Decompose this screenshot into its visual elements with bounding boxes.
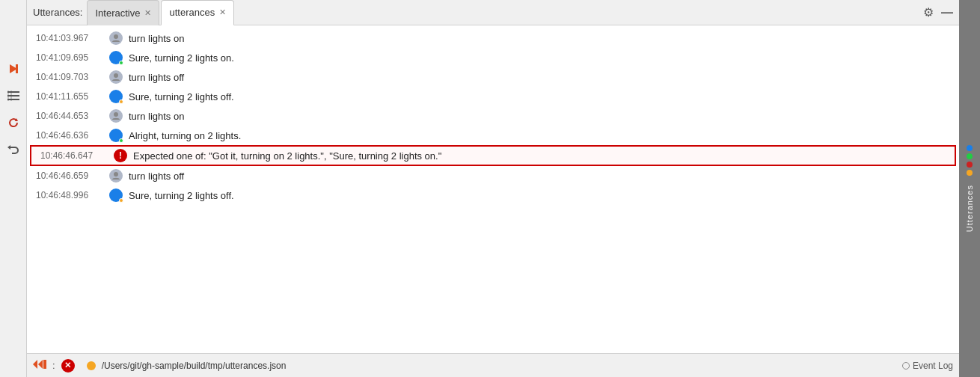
table-row: 10:46:46.659 turn lights off xyxy=(27,166,959,186)
main-area: Utterances: Interactive ✕ utterances ✕ ⚙… xyxy=(27,0,959,377)
avatar-assistant xyxy=(109,129,123,142)
tab-utterances-label: utterances xyxy=(169,7,215,18)
event-log-label: Event Log xyxy=(913,361,953,371)
play-icon[interactable] xyxy=(4,60,22,78)
refresh-icon[interactable] xyxy=(4,114,22,132)
dot-yellow xyxy=(967,170,973,176)
svg-rect-15 xyxy=(43,360,46,369)
timestamp: 10:46:44.653 xyxy=(36,111,103,121)
error-icon: ! xyxy=(114,149,127,162)
error-row: 10:46:46.647 ! Expected one of: "Got it,… xyxy=(30,145,956,166)
utterances-prefix-label: Utterances: xyxy=(33,7,82,18)
sidebar-dots xyxy=(967,145,973,176)
avatar-user xyxy=(109,109,123,123)
svg-point-10 xyxy=(114,73,118,78)
right-sidebar[interactable]: Utterances xyxy=(959,0,980,377)
tab-interactive[interactable]: Interactive ✕ xyxy=(87,0,159,25)
undo-icon[interactable] xyxy=(4,141,22,159)
minimize-icon[interactable]: — xyxy=(941,6,953,19)
svg-rect-5 xyxy=(7,91,9,101)
timestamp: 10:46:46.636 xyxy=(36,130,103,141)
utterances-list: 10:41:03.967 turn lights on 10:41:09.695… xyxy=(27,25,959,353)
timestamp: 10:41:11.655 xyxy=(36,91,103,102)
table-row: 10:46:44.653 turn lights on xyxy=(27,106,959,126)
utterance-text: turn lights off xyxy=(129,171,184,182)
avatar-user xyxy=(109,31,123,45)
error-text: Expected one of: "Got it, turning on 2 l… xyxy=(133,150,441,162)
avatar-assistant xyxy=(109,188,123,202)
right-sidebar-label: Utterances xyxy=(965,185,974,232)
status-path-label: /Users/git/gh-sample/build/tmp/utterance… xyxy=(102,361,287,371)
svg-rect-1 xyxy=(16,64,18,73)
table-row: 10:41:09.703 turn lights off xyxy=(27,67,959,87)
avatar-assistant xyxy=(109,51,123,64)
table-row: 10:46:46.636 Alright, turning on 2 light… xyxy=(27,126,959,145)
utterance-text: Sure, turning 2 lights on. xyxy=(129,52,234,64)
timestamp: 10:41:09.703 xyxy=(36,72,103,82)
utterance-text: Sure, turning 2 lights off. xyxy=(129,91,234,102)
dot-red xyxy=(967,162,973,168)
svg-point-9 xyxy=(114,34,118,39)
dot-blue xyxy=(967,145,973,151)
gear-icon[interactable]: ⚙ xyxy=(923,5,934,19)
utterance-text: turn lights on xyxy=(129,111,184,122)
table-row: 10:41:11.655 Sure, turning 2 lights off. xyxy=(27,87,959,106)
svg-marker-13 xyxy=(33,360,37,369)
status-play-icon[interactable] xyxy=(33,359,46,372)
utterance-text: Sure, turning 2 lights off. xyxy=(129,190,234,201)
tab-interactive-label: Interactive xyxy=(95,7,140,19)
table-row: 10:41:09.695 Sure, turning 2 lights on. xyxy=(27,48,959,67)
tab-interactive-close[interactable]: ✕ xyxy=(144,9,151,17)
svg-rect-6 xyxy=(10,91,12,101)
svg-marker-14 xyxy=(38,360,43,369)
utterance-text: Alright, turning on 2 lights. xyxy=(129,130,241,141)
tab-bar: Utterances: Interactive ✕ utterances ✕ ⚙… xyxy=(27,0,959,25)
avatar-assistant xyxy=(109,90,123,103)
status-dot-orange xyxy=(87,361,96,370)
status-error-badge: ✕ xyxy=(61,359,75,373)
table-row: 10:46:48.996 Sure, turning 2 lights off. xyxy=(27,186,959,205)
timestamp: 10:46:46.647 xyxy=(40,150,108,161)
timestamp: 10:46:48.996 xyxy=(36,190,103,200)
svg-rect-2 xyxy=(7,91,19,93)
status-colon-label: : xyxy=(52,360,55,371)
svg-marker-8 xyxy=(7,145,10,150)
table-row: 10:41:03.967 turn lights on xyxy=(27,28,959,48)
svg-point-11 xyxy=(114,112,118,117)
event-log-button[interactable]: Event Log xyxy=(902,361,953,371)
svg-point-12 xyxy=(114,172,118,177)
tab-utterances-close[interactable]: ✕ xyxy=(219,8,226,16)
timestamp: 10:41:03.967 xyxy=(36,33,103,43)
status-bar: : ✕ /Users/git/gh-sample/build/tmp/utter… xyxy=(27,353,959,377)
timestamp: 10:41:09.695 xyxy=(36,52,103,63)
avatar-user xyxy=(109,70,123,84)
timestamp: 10:46:46.659 xyxy=(36,171,103,181)
tab-utterances[interactable]: utterances ✕ xyxy=(161,0,234,25)
svg-rect-4 xyxy=(7,99,19,100)
left-sidebar xyxy=(0,0,27,377)
event-log-circle-icon xyxy=(902,362,910,370)
avatar-user xyxy=(109,169,123,183)
dot-green xyxy=(967,153,973,159)
utterance-text: turn lights on xyxy=(129,33,184,44)
svg-rect-3 xyxy=(7,95,19,96)
list-icon[interactable] xyxy=(4,87,22,105)
utterance-text: turn lights off xyxy=(129,72,184,83)
